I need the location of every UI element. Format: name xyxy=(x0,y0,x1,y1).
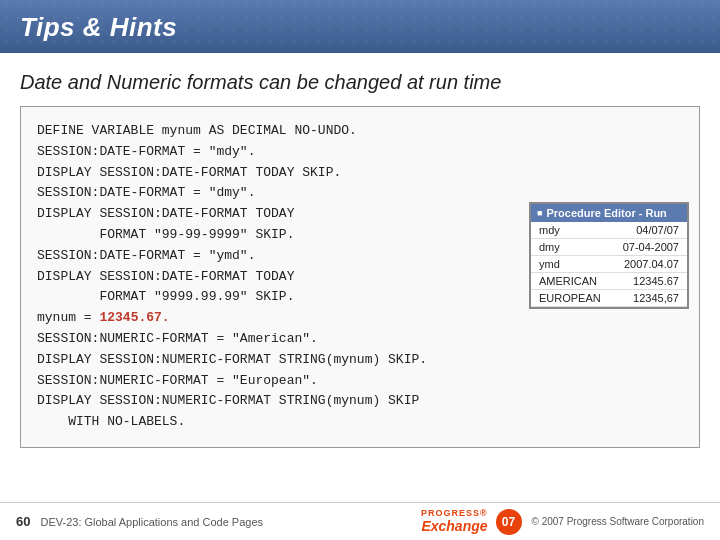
badge-number: 07 xyxy=(502,515,515,529)
footer-left: 60 DEV-23: Global Applications and Code … xyxy=(16,514,263,529)
footer-right: PROGRESS® Exchange 07 © 2007 Progress So… xyxy=(421,509,704,535)
code-highlight-value: 12345.67. xyxy=(99,310,169,325)
table-row: mdy 04/07/07 xyxy=(531,222,687,239)
page-title: Tips & Hints xyxy=(20,12,700,43)
table-cell-label: dmy xyxy=(531,239,612,256)
logo-area: PROGRESS® Exchange 07 xyxy=(421,509,522,535)
table-cell-label: mdy xyxy=(531,222,612,239)
table-row: AMERICAN 12345.67 xyxy=(531,273,687,290)
proc-editor-window: ■ Procedure Editor - Run mdy 04/07/07 dm… xyxy=(529,202,689,309)
exchange-logo: Exchange xyxy=(421,519,487,534)
proc-editor-icon: ■ xyxy=(537,208,542,218)
table-cell-value: 2007.04.07 xyxy=(612,256,687,273)
table-cell-label: AMERICAN xyxy=(531,273,612,290)
table-row: dmy 07-04-2007 xyxy=(531,239,687,256)
table-row: ymd 2007.04.07 xyxy=(531,256,687,273)
table-cell-label: EUROPEAN xyxy=(531,290,612,307)
proc-editor-table: mdy 04/07/07 dmy 07-04-2007 ymd 2007.04.… xyxy=(531,222,687,307)
logo-badge: 07 xyxy=(496,509,522,535)
table-cell-value: 07-04-2007 xyxy=(612,239,687,256)
main-content: DEFINE VARIABLE mynum AS DECIMAL NO-UNDO… xyxy=(20,106,700,448)
table-cell-value: 04/07/07 xyxy=(612,222,687,239)
footer-copyright: © 2007 Progress Software Corporation xyxy=(532,516,704,527)
footer-session-label: DEV-23: Global Applications and Code Pag… xyxy=(40,516,263,528)
proc-editor-title: Procedure Editor - Run xyxy=(546,207,666,219)
table-cell-label: ymd xyxy=(531,256,612,273)
table-cell-value: 12345.67 xyxy=(612,273,687,290)
table-cell-value: 12345,67 xyxy=(612,290,687,307)
table-row: EUROPEAN 12345,67 xyxy=(531,290,687,307)
subtitle: Date and Numeric formats can be changed … xyxy=(20,71,700,94)
proc-editor-titlebar: ■ Procedure Editor - Run xyxy=(531,204,687,222)
header-bar: Tips & Hints xyxy=(0,0,720,53)
footer: 60 DEV-23: Global Applications and Code … xyxy=(0,502,720,540)
page-number: 60 xyxy=(16,514,30,529)
